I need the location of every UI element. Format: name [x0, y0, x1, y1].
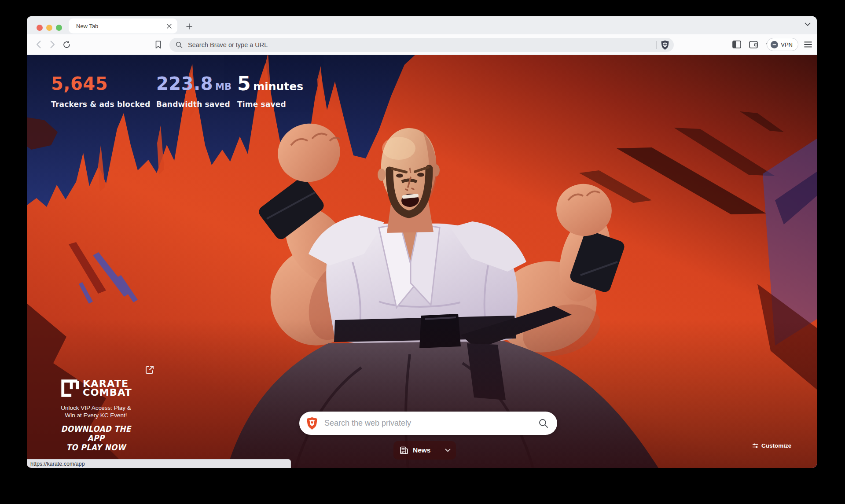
stat-time-unit: minutes [253, 80, 303, 93]
sponsor-cta[interactable]: DOWNLOAD THE APP TO PLAY NOW [55, 424, 137, 452]
fullscreen-window-button[interactable] [56, 25, 62, 31]
new-tab-button[interactable] [184, 22, 194, 31]
sponsor-tagline: Unlock VIP Access: Play & Win at Every K… [50, 404, 142, 419]
news-icon [400, 446, 408, 455]
brand-name-bottom: COMBAT [82, 388, 132, 397]
new-tab-page: 5,645 Trackers & ads blocked 223.8MB Ban… [27, 55, 817, 468]
brave-logo-icon [306, 417, 318, 430]
divider [656, 41, 657, 49]
minimize-window-button[interactable] [46, 25, 52, 31]
tab-search-chevron-icon[interactable] [805, 22, 811, 26]
reload-button[interactable] [61, 39, 72, 50]
stat-time-label: Time saved [237, 100, 303, 109]
search-icon [176, 41, 183, 48]
toolbar: VPN [27, 34, 817, 55]
customize-label: Customize [761, 442, 791, 449]
bookmark-icon[interactable] [153, 39, 163, 50]
vpn-status-icon [771, 41, 778, 48]
stat-trackers-value: 5,645 [51, 74, 108, 94]
sponsored-branding[interactable]: KARATE COMBAT Unlock VIP Access: Play & … [50, 363, 142, 452]
tab-strip: New Tab [27, 16, 817, 34]
stat-trackers-blocked: 5,645 Trackers & ads blocked [51, 74, 156, 109]
url-bar[interactable] [169, 38, 674, 52]
stat-bandwidth-label: Bandwidth saved [156, 100, 237, 109]
stat-bandwidth-value: 223.8 [156, 74, 213, 94]
menu-button[interactable] [803, 39, 813, 50]
shields-stats: 5,645 Trackers & ads blocked 223.8MB Ban… [51, 74, 303, 109]
vpn-button[interactable]: VPN [767, 38, 798, 51]
sidebar-icon[interactable] [731, 39, 742, 50]
status-url: https://karate.com/app [30, 461, 85, 467]
stat-bandwidth-saved: 223.8MB Bandwidth saved [156, 74, 237, 109]
url-input[interactable] [187, 41, 652, 49]
wallet-icon[interactable] [748, 39, 759, 50]
karate-combat-logo: KARATE COMBAT [50, 379, 142, 397]
ntp-search-input[interactable] [323, 418, 539, 428]
close-window-button[interactable] [37, 25, 43, 31]
tab-close-icon[interactable] [165, 22, 173, 30]
tab-title: New Tab [76, 23, 165, 29]
ntp-search-bar[interactable] [299, 412, 557, 435]
karate-combat-logo-icon [61, 379, 79, 397]
search-icon[interactable] [539, 419, 548, 428]
chevron-down-icon [445, 449, 451, 452]
brave-shields-icon[interactable] [661, 40, 669, 50]
stat-time-value: 5 [237, 72, 251, 95]
back-button[interactable] [33, 39, 44, 50]
customize-button[interactable]: Customize [752, 442, 791, 449]
tab-new-tab[interactable]: New Tab [69, 18, 177, 33]
vpn-label: VPN [781, 41, 793, 48]
browser-window: New Tab [27, 16, 817, 468]
stat-bandwidth-unit: MB [215, 81, 231, 92]
status-bar: https://karate.com/app [27, 459, 291, 468]
stat-trackers-label: Trackers & ads blocked [51, 100, 156, 109]
news-toggle[interactable]: News [393, 441, 456, 460]
external-link-icon[interactable] [145, 365, 154, 375]
karate-fighter-background-image [27, 55, 817, 468]
customize-icon [752, 443, 759, 449]
news-label: News [413, 446, 445, 454]
stat-time-saved: 5minutes Time saved [237, 74, 303, 109]
forward-button[interactable] [47, 39, 58, 50]
